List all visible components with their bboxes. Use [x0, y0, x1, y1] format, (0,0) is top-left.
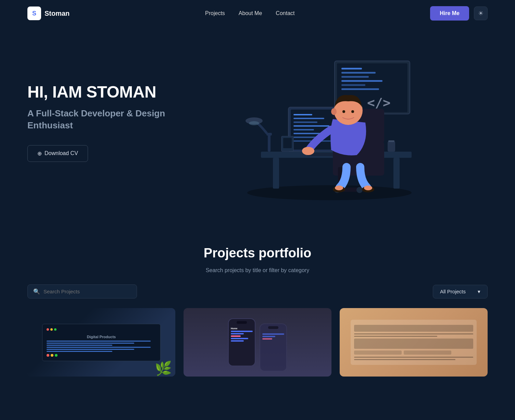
search-filter-row: 🔍 All Projects ▾: [27, 284, 488, 298]
svg-point-32: [356, 187, 363, 193]
hero-text: HI, IAM STOMAN A Full-Stack Developer & …: [27, 83, 171, 162]
nav-right: Hire Me ☀: [430, 6, 488, 21]
theme-toggle-button[interactable]: ☀: [474, 7, 488, 20]
hero-section: HI, IAM STOMAN A Full-Stack Developer & …: [0, 27, 515, 225]
nav-links: Projects About Me Contact: [205, 10, 294, 16]
desktop-mockup: Digital Products: [42, 324, 161, 361]
svg-point-42: [351, 110, 354, 113]
download-cv-button[interactable]: ⊕ Download CV: [27, 145, 88, 162]
svg-rect-26: [388, 140, 394, 142]
svg-point-40: [331, 108, 337, 115]
svg-rect-8: [341, 88, 379, 90]
svg-rect-6: [341, 80, 382, 82]
nav-link-about[interactable]: About Me: [239, 10, 262, 16]
search-icon: 🔍: [33, 288, 40, 295]
search-box[interactable]: 🔍: [27, 284, 137, 298]
logo[interactable]: S Stoman: [27, 7, 70, 20]
hero-title: HI, IAM STOMAN: [27, 83, 171, 101]
logo-icon: S: [27, 7, 41, 20]
svg-rect-24: [283, 138, 292, 148]
hero-illustration: </>: [171, 40, 488, 205]
project-card[interactable]: Digital Products 🌿: [27, 308, 175, 377]
svg-point-46: [249, 121, 259, 125]
svg-point-41: [342, 110, 345, 113]
filter-label: All Projects: [440, 289, 466, 294]
mobile-mockup-1: Home: [228, 318, 255, 366]
svg-rect-5: [341, 76, 369, 78]
svg-text:</>: </>: [367, 95, 391, 110]
svg-point-37: [364, 186, 372, 190]
chevron-down-icon: ▾: [478, 289, 480, 295]
sun-icon: ☀: [478, 10, 483, 17]
svg-rect-14: [293, 122, 317, 123]
hire-me-button[interactable]: Hire Me: [430, 6, 469, 21]
project-card[interactable]: Home: [184, 308, 331, 377]
svg-rect-21: [273, 158, 279, 189]
nav-link-projects[interactable]: Projects: [205, 10, 225, 16]
mobile-mockup-2: [260, 323, 287, 371]
project-card[interactable]: [340, 308, 488, 377]
svg-rect-22: [393, 158, 400, 189]
svg-rect-43: [268, 133, 271, 152]
svg-rect-4: [341, 72, 376, 74]
svg-rect-15: [293, 125, 329, 127]
nav-link-contact[interactable]: Contact: [276, 10, 294, 16]
navbar: S Stoman Projects About Me Contact Hire …: [0, 0, 515, 27]
search-input[interactable]: [43, 289, 131, 294]
project-cards-grid: Digital Products 🌿: [27, 308, 488, 377]
svg-point-38: [302, 147, 314, 155]
download-icon: ⊕: [37, 150, 42, 157]
projects-title: Projects portfolio: [27, 246, 488, 260]
developer-illustration: </>: [234, 40, 425, 205]
svg-point-36: [335, 186, 343, 190]
filter-dropdown[interactable]: All Projects ▾: [433, 285, 488, 298]
logo-text: Stoman: [45, 10, 70, 17]
wireframe-mockup: [351, 320, 476, 365]
projects-subtitle: Search projects by title or filter by ca…: [27, 267, 488, 273]
svg-rect-12: [293, 114, 312, 115]
hero-subtitle: A Full-Stack Developer & Design Enthusia…: [27, 107, 171, 131]
projects-section: Projects portfolio Search projects by ti…: [0, 225, 515, 390]
plant-decoration: 🌿: [155, 360, 172, 377]
svg-rect-16: [293, 129, 314, 130]
svg-rect-25: [388, 141, 395, 152]
svg-rect-13: [293, 118, 324, 119]
svg-point-0: [247, 185, 412, 200]
svg-rect-3: [341, 68, 362, 69]
svg-rect-7: [341, 84, 365, 86]
